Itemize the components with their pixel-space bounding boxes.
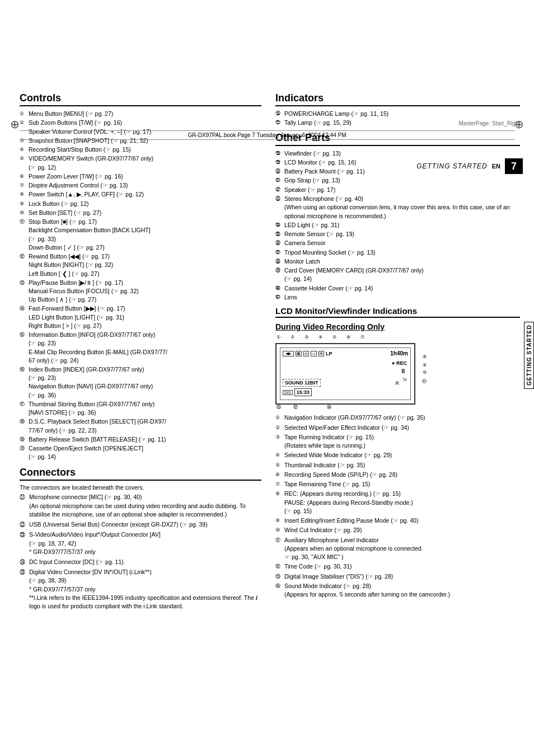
item-text: Auxiliary Microphone Level Indicator(App…	[284, 536, 520, 562]
item-text: Recording Speed Mode (SP/LP) (☞ pg. 28)	[284, 471, 520, 479]
item-text: Camera Sensor	[284, 239, 520, 247]
diag-num-5: ⑤	[332, 335, 336, 340]
page-number: 7	[505, 158, 523, 174]
list-item: ⑤ VIDEO/MEMORY Switch (GR-DX97/77/67 onl…	[20, 154, 261, 171]
item-text: Rewind Button [◀◀] (☞ pg. 17)Night Butto…	[29, 252, 261, 278]
thumbnail-indicator: Thumbnail Indicator (☞ pg. 35)	[284, 461, 520, 469]
diag-num-14: ⑭	[327, 404, 331, 410]
item-text: Viewfinder (☞ pg. 13)	[284, 149, 520, 158]
sound-indicator: SOUND 12BIT	[283, 379, 321, 387]
list-item: ⑦ Dioptre Adjustment Control (☞ pg. 13)	[20, 181, 261, 190]
item-text: Recording Start/Stop Button (☞ pg. 15)	[29, 145, 261, 154]
file-date-line: GR-DX97PAL.book Page 7 Tuesday, January …	[20, 130, 514, 140]
item-num: ㉒	[20, 520, 27, 529]
item-text: Grip Strap (☞ pg. 13)	[284, 176, 520, 185]
item-num: ①	[20, 110, 27, 118]
item-num: ㉞	[275, 221, 283, 229]
item-text: Sound Mode Indicator (☞ pg. 28)(Appears …	[284, 582, 520, 599]
item-text: Speaker (☞ pg. 17)	[284, 186, 520, 194]
item-num: ③	[275, 433, 283, 442]
item-num: ①	[275, 414, 283, 422]
item-num: ⑪	[20, 218, 27, 226]
item-text: DC Input Connector [DC] (☞ pg. 11)	[29, 558, 261, 566]
item-text: Set Button [SET] (☞ pg. 27)	[29, 209, 261, 217]
item-num: ㉙	[275, 158, 283, 167]
master-page-label: MasterPage: Start_Right	[459, 120, 521, 126]
page-banner: GETTING STARTED EN 7	[416, 158, 523, 174]
item-num: ⑦	[20, 181, 27, 190]
item-text: Thumbnail Storing Button (GR-DX97/77/67 …	[29, 400, 261, 417]
lcd-top-row: ◀▶ ▦ ◎ ▭ ⊞ LP	[283, 350, 408, 356]
diag-num-4: ④	[318, 335, 322, 340]
controls-list: ① Menu Button [MENU] (☞ pg. 27) ② Sub Zo…	[20, 110, 261, 461]
list-item: ⑮ Information Button [INFO] (GR-DX97/77/…	[20, 331, 261, 365]
list-item: ⑳ Cassette Open/Eject Switch [OPEN/EJECT…	[20, 444, 261, 461]
list-item: ⑱ D.S.C. Playback Select Button [SELECT]…	[20, 417, 261, 434]
list-item: ⑪ Auxiliary Microphone Level Indicator(A…	[275, 536, 520, 562]
diag-num-6: ⑥	[346, 335, 350, 340]
item-text: LED Light (☞ pg. 31)	[284, 221, 520, 229]
item-text: Lens	[284, 293, 520, 302]
list-item: ⑦ Tape Remaining Time (☞ pg. 15)	[275, 480, 520, 489]
item-text: REC: (Appears during recording.) (☞ pg. …	[284, 490, 520, 515]
item-text: Digital Video Connector [DV IN*/OUT] (i.…	[29, 568, 261, 611]
list-item: ㉕ Digital Video Connector [DV IN*/OUT] (…	[20, 568, 261, 611]
item-num: ④	[275, 451, 283, 459]
item-num: ㉛	[275, 176, 283, 185]
item-text: Card Cover [MEMORY CARD] (GR-DX97/77/67 …	[284, 266, 520, 283]
item-text: D.S.C. Playback Select Button [SELECT] (…	[29, 417, 261, 434]
list-item: ① Menu Button [MENU] (☞ pg. 27)	[20, 110, 261, 118]
item-text: Index Button [INDEX] (GR-DX97/77/67 only…	[29, 365, 261, 400]
item-num: ⑳	[20, 444, 27, 453]
list-item: ③ Tape Running Indicator (☞ pg. 15)(Rota…	[275, 433, 520, 450]
list-item: ⑰ Thumbnail Storing Button (GR-DX97/77/6…	[20, 400, 261, 417]
selected-wide-mode-indicator: Selected Wide Mode Indicator (☞ pg. 29)	[284, 451, 520, 459]
item-num: ⑫	[20, 252, 27, 261]
item-num: ⑫	[275, 562, 283, 571]
list-item: ㊳ Monitor Latch	[275, 257, 520, 266]
item-num: ㊱	[275, 239, 283, 247]
item-text: Lock Button (☞ pg. 12)	[29, 200, 261, 208]
item-text: Fast-Forward Button [▶▶] (☞ pg. 17)LED L…	[29, 304, 261, 330]
item-num: ⑥	[275, 471, 283, 479]
other-parts-section: Other Parts ㉘ Viewfinder (☞ pg. 13) ㉙ LC…	[275, 132, 520, 302]
connectors-title: Connectors	[20, 467, 261, 481]
list-item: ㉞ LED Light (☞ pg. 31)	[275, 221, 520, 229]
list-item: ㉑ Microphone connector [MIC] (☞ pg. 30, …	[20, 493, 261, 519]
wipe-icon: ▦	[296, 351, 302, 356]
list-item: ⑭ Sound Mode Indicator (☞ pg. 28)(Appear…	[275, 582, 520, 599]
list-item: ㊴ Card Cover [MEMORY CARD] (GR-DX97/77/6…	[275, 266, 520, 283]
item-text: VIDEO/MEMORY Switch (GR-DX97/77/67 only)…	[29, 154, 261, 171]
item-num: ⑩	[275, 526, 283, 534]
list-item: ㉜ Speaker (☞ pg. 17)	[275, 186, 520, 194]
list-item: ㊲ Tripod Mounting Socket (☞ pg. 13)	[275, 248, 520, 257]
item-num: ㊲	[275, 248, 283, 257]
list-item: ⑩ Set Button [SET] (☞ pg. 27)	[20, 209, 261, 217]
item-num: ⑬	[275, 572, 283, 581]
item-text: Play/Pause Button [▶/⏸] (☞ pg. 17)Manual…	[29, 279, 261, 304]
diag-num-10: ⑩	[423, 370, 427, 375]
item-text: S-Video/Audio/Video Input*/Output Connec…	[29, 530, 261, 556]
item-num: ⑮	[20, 331, 27, 339]
list-item: ⑫ Rewind Button [◀◀] (☞ pg. 17)Night But…	[20, 252, 261, 278]
list-item: ① Navigation Indicator (GR-DX97/77/67 on…	[275, 414, 520, 422]
item-num: ㊶	[275, 293, 283, 302]
list-item: ㉓ S-Video/Audio/Video Input*/Output Conn…	[20, 530, 261, 556]
item-num: ⑰	[20, 400, 27, 408]
item-num: ⑬	[20, 279, 27, 287]
list-item: ㉟ Remote Sensor (☞ pg. 19)	[275, 230, 520, 238]
list-item: ㉘ Viewfinder (☞ pg. 13)	[275, 149, 520, 158]
diag-num-12: ⑫	[293, 404, 298, 410]
side-tab: GETTING STARTED	[524, 322, 534, 389]
lcd-inner-box: ◀▶ ▦ ◎ ▭ ⊞ LP	[280, 348, 411, 400]
page-container: MasterPage: Start_Right ⊕ ⊕ ⊕ ⊕ GR-DX97P…	[0, 87, 534, 756]
item-text: Battery Release Switch [BATT.RELEASE] (☞…	[29, 435, 261, 444]
item-text: Microphone connector [MIC] (☞ pg. 30, 40…	[29, 493, 261, 519]
list-item: ⑨ Lock Button (☞ pg. 12)	[20, 200, 261, 208]
en-label: EN	[492, 163, 500, 170]
indicators-title: Indicators	[275, 92, 520, 106]
list-item: ⑪ Stop Button [■] (☞ pg. 17)Backlight Co…	[20, 218, 261, 252]
connectors-list: ㉑ Microphone connector [MIC] (☞ pg. 30, …	[20, 493, 261, 611]
timecode: 15:33	[294, 388, 312, 396]
item-text: Stereo Microphone (☞ pg. 40)(When using …	[284, 195, 520, 220]
